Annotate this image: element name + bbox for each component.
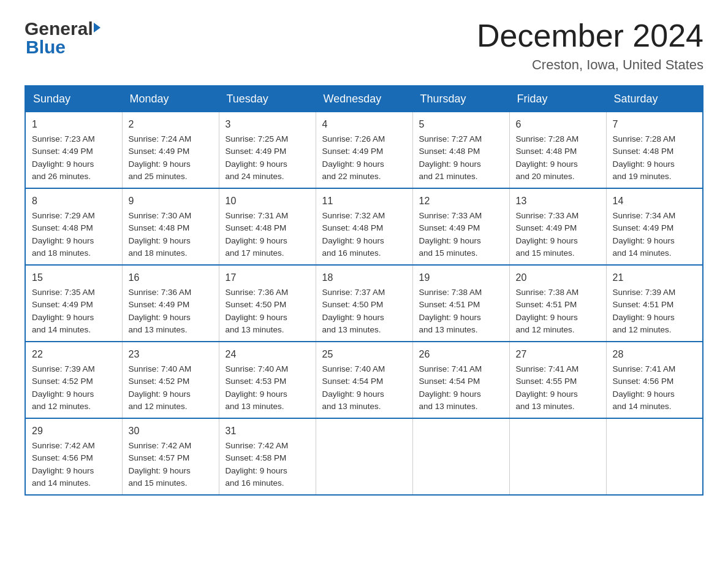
sunrise-label: Sunrise: 7:39 AM [32, 364, 95, 373]
table-row: 10Sunrise: 7:31 AMSunset: 4:48 PMDayligh… [219, 188, 316, 265]
table-row: 1Sunrise: 7:23 AMSunset: 4:49 PMDaylight… [25, 112, 122, 189]
table-row: 25Sunrise: 7:40 AMSunset: 4:54 PMDayligh… [316, 342, 412, 418]
daylight-minutes: and 26 minutes. [32, 172, 91, 181]
daylight-minutes: and 16 minutes. [226, 478, 284, 488]
daylight-minutes: and 13 minutes. [129, 325, 188, 334]
sunrise-label: Sunrise: 7:23 AM [32, 134, 95, 144]
calendar-table: Sunday Monday Tuesday Wednesday Thursday… [25, 85, 703, 496]
sunset-label: Sunset: 4:49 PM [32, 147, 93, 156]
daylight-label: Daylight: 9 hours [32, 466, 94, 475]
sunrise-label: Sunrise: 7:27 AM [419, 134, 482, 144]
day-number: 7 [613, 117, 697, 132]
table-row [316, 418, 412, 495]
daylight-minutes: and 18 minutes. [32, 248, 91, 258]
day-number: 24 [226, 347, 309, 362]
calendar-row: 29Sunrise: 7:42 AMSunset: 4:56 PMDayligh… [25, 418, 703, 495]
table-row: 11Sunrise: 7:32 AMSunset: 4:48 PMDayligh… [316, 188, 412, 265]
sunset-label: Sunset: 4:54 PM [322, 377, 384, 386]
daylight-minutes: and 13 minutes. [419, 402, 478, 411]
sunrise-label: Sunrise: 7:42 AM [32, 441, 95, 450]
table-row: 5Sunrise: 7:27 AMSunset: 4:48 PMDaylight… [412, 112, 509, 189]
day-number: 12 [419, 194, 503, 209]
daylight-label: Daylight: 9 hours [322, 236, 384, 245]
daylight-minutes: and 13 minutes. [322, 325, 381, 334]
table-row: 14Sunrise: 7:34 AMSunset: 4:49 PMDayligh… [606, 188, 703, 265]
table-row: 2Sunrise: 7:24 AMSunset: 4:49 PMDaylight… [122, 112, 219, 189]
daylight-label: Daylight: 9 hours [129, 236, 191, 245]
daylight-minutes: and 21 minutes. [419, 172, 478, 181]
daylight-minutes: and 15 minutes. [419, 248, 478, 258]
daylight-label: Daylight: 9 hours [613, 313, 675, 322]
day-number: 17 [226, 270, 309, 285]
sunset-label: Sunset: 4:48 PM [419, 147, 480, 156]
table-row [509, 418, 606, 495]
sunset-label: Sunset: 4:51 PM [419, 300, 480, 309]
day-number: 19 [419, 270, 503, 285]
daylight-minutes: and 13 minutes. [322, 402, 381, 411]
logo-text-general: General [25, 18, 93, 39]
sunrise-label: Sunrise: 7:40 AM [129, 364, 192, 373]
sunrise-label: Sunrise: 7:34 AM [613, 211, 676, 220]
daylight-minutes: and 12 minutes. [32, 402, 91, 411]
day-number: 13 [516, 194, 600, 209]
daylight-minutes: and 16 minutes. [322, 248, 381, 258]
sunrise-label: Sunrise: 7:39 AM [613, 288, 676, 297]
daylight-label: Daylight: 9 hours [322, 313, 384, 322]
day-number: 27 [516, 347, 600, 362]
sunrise-label: Sunrise: 7:33 AM [516, 211, 579, 220]
table-row: 21Sunrise: 7:39 AMSunset: 4:51 PMDayligh… [606, 265, 703, 342]
day-number: 28 [613, 347, 697, 362]
daylight-minutes: and 14 minutes. [613, 402, 672, 411]
daylight-label: Daylight: 9 hours [129, 313, 191, 322]
sunrise-label: Sunrise: 7:25 AM [226, 134, 289, 144]
day-number: 16 [129, 270, 213, 285]
sunset-label: Sunset: 4:50 PM [226, 300, 287, 309]
daylight-label: Daylight: 9 hours [129, 159, 191, 169]
table-row [606, 418, 703, 495]
header-thursday: Thursday [412, 86, 509, 112]
daylight-label: Daylight: 9 hours [32, 159, 94, 169]
table-row: 23Sunrise: 7:40 AMSunset: 4:52 PMDayligh… [122, 342, 219, 418]
daylight-minutes: and 13 minutes. [419, 325, 478, 334]
sunset-label: Sunset: 4:52 PM [32, 377, 93, 386]
daylight-label: Daylight: 9 hours [516, 159, 578, 169]
daylight-minutes: and 24 minutes. [226, 172, 284, 181]
daylight-label: Daylight: 9 hours [613, 389, 675, 399]
sunset-label: Sunset: 4:49 PM [32, 300, 93, 309]
daylight-label: Daylight: 9 hours [226, 159, 287, 169]
daylight-minutes: and 14 minutes. [32, 478, 91, 488]
title-section: December 2024 Creston, Iowa, United Stat… [477, 18, 703, 73]
day-number: 31 [226, 424, 309, 439]
day-number: 18 [322, 270, 406, 285]
sunset-label: Sunset: 4:54 PM [419, 377, 480, 386]
daylight-minutes: and 22 minutes. [322, 172, 381, 181]
daylight-label: Daylight: 9 hours [516, 313, 578, 322]
daylight-label: Daylight: 9 hours [419, 389, 481, 399]
daylight-minutes: and 13 minutes. [516, 402, 575, 411]
calendar-row: 15Sunrise: 7:35 AMSunset: 4:49 PMDayligh… [25, 265, 703, 342]
header-sunday: Sunday [25, 86, 122, 112]
sunset-label: Sunset: 4:52 PM [129, 377, 190, 386]
sunset-label: Sunset: 4:56 PM [613, 377, 674, 386]
sunrise-label: Sunrise: 7:26 AM [322, 134, 385, 144]
daylight-label: Daylight: 9 hours [419, 159, 481, 169]
sunset-label: Sunset: 4:53 PM [226, 377, 287, 386]
sunset-label: Sunset: 4:48 PM [613, 147, 674, 156]
sunrise-label: Sunrise: 7:41 AM [613, 364, 676, 373]
sunset-label: Sunset: 4:49 PM [129, 300, 190, 309]
daylight-label: Daylight: 9 hours [32, 313, 94, 322]
table-row: 4Sunrise: 7:26 AMSunset: 4:49 PMDaylight… [316, 112, 412, 189]
logo-triangle-icon [94, 23, 100, 33]
daylight-minutes: and 25 minutes. [129, 172, 188, 181]
table-row: 15Sunrise: 7:35 AMSunset: 4:49 PMDayligh… [25, 265, 122, 342]
day-number: 23 [129, 347, 213, 362]
table-row: 31Sunrise: 7:42 AMSunset: 4:58 PMDayligh… [219, 418, 316, 495]
daylight-minutes: and 12 minutes. [129, 402, 188, 411]
daylight-label: Daylight: 9 hours [226, 313, 287, 322]
daylight-minutes: and 12 minutes. [516, 325, 575, 334]
sunrise-label: Sunrise: 7:41 AM [419, 364, 482, 373]
daylight-label: Daylight: 9 hours [322, 389, 384, 399]
header-friday: Friday [509, 86, 606, 112]
sunrise-label: Sunrise: 7:36 AM [226, 288, 289, 297]
sunrise-label: Sunrise: 7:42 AM [226, 441, 289, 450]
